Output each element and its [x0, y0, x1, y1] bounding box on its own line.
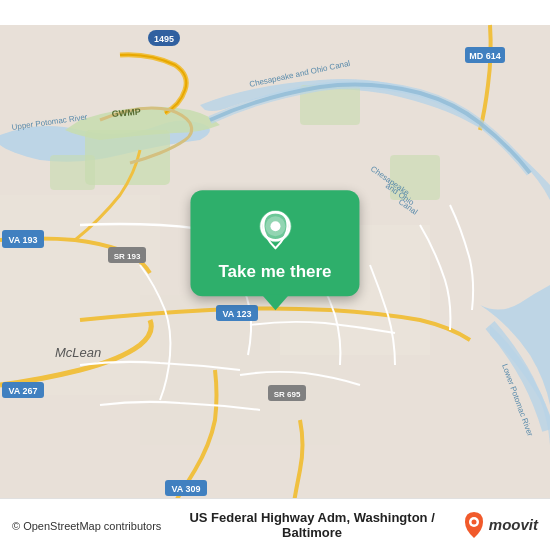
svg-text:VA 267: VA 267	[8, 386, 37, 396]
osm-attribution: © OpenStreetMap contributors	[12, 520, 161, 532]
svg-text:McLean: McLean	[55, 345, 101, 360]
svg-point-37	[471, 519, 476, 524]
take-me-there-button[interactable]: Take me there	[190, 190, 359, 296]
moovit-pin-icon	[463, 511, 485, 539]
svg-text:MD 614: MD 614	[469, 51, 501, 61]
left-section: © OpenStreetMap contributors	[12, 516, 161, 534]
moovit-logo: moovit	[463, 511, 538, 539]
take-me-there-label: Take me there	[218, 262, 331, 282]
map-container: VA 193 SR 193 VA 123 SR 695 VA 267 VA 30…	[0, 0, 550, 550]
svg-rect-1	[85, 130, 170, 185]
svg-text:SR 695: SR 695	[274, 390, 301, 399]
svg-text:VA 309: VA 309	[171, 484, 200, 494]
svg-point-34	[270, 221, 280, 231]
svg-rect-2	[50, 155, 95, 190]
svg-text:SR 193: SR 193	[114, 252, 141, 261]
svg-text:1495: 1495	[154, 34, 174, 44]
location-pin-icon	[253, 208, 297, 252]
svg-text:VA 123: VA 123	[222, 309, 251, 319]
bottom-bar: © OpenStreetMap contributors US Federal …	[0, 498, 550, 550]
location-info: US Federal Highway Adm, Washington / Bal…	[161, 510, 462, 540]
svg-text:VA 193: VA 193	[8, 235, 37, 245]
green-card: Take me there	[190, 190, 359, 296]
moovit-text: moovit	[489, 516, 538, 533]
